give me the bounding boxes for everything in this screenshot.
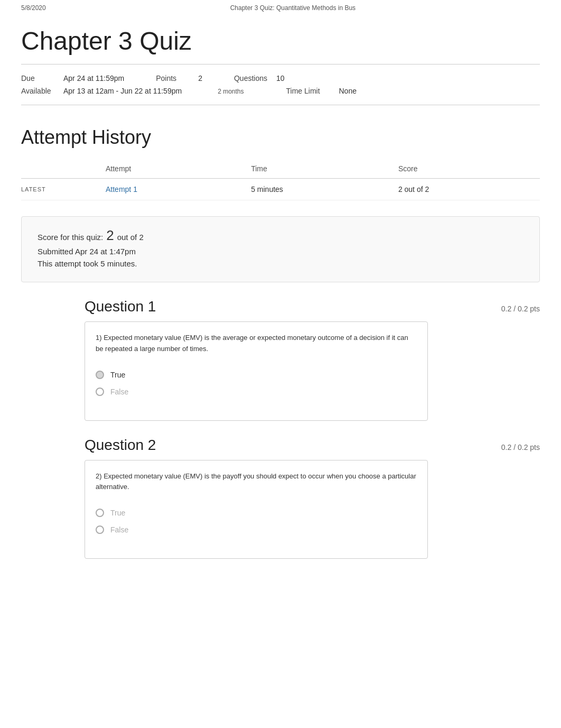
latest-label: LATEST <box>21 179 106 200</box>
question-1-answer-1[interactable]: True <box>96 371 417 379</box>
available-value: Apr 13 at 12am - Jun 22 at 11:59pm <box>63 87 182 95</box>
points-label: Points <box>156 74 198 82</box>
radio-1-2[interactable] <box>96 388 104 396</box>
available-note: 2 months <box>218 88 244 95</box>
question-1-pts: 0.2 / 0.2 pts <box>501 305 540 313</box>
question-1-box: 1) Expected monetary value (EMV) is the … <box>85 321 428 421</box>
attempt-score: 2 out of 2 <box>398 179 540 200</box>
due-value: Apr 24 at 11:59pm <box>63 74 124 82</box>
attempt-history-title: Attempt History <box>21 126 540 149</box>
due-label: Due <box>21 74 63 82</box>
attempt-time: 5 minutes <box>251 179 398 200</box>
timelimit-value: None <box>339 87 357 95</box>
question-2-box: 2) Expected monetary value (EMV) is the … <box>85 460 428 559</box>
score-label: Score for this quiz: <box>38 233 103 242</box>
col-empty <box>21 159 106 179</box>
question-1-text: 1) Expected monetary value (EMV) is the … <box>96 333 417 355</box>
attempt-link[interactable]: Attempt 1 <box>106 185 137 193</box>
question-2-answer-1[interactable]: True <box>96 509 417 517</box>
attempt-link-cell[interactable]: Attempt 1 <box>106 179 251 200</box>
radio-1-1[interactable] <box>96 371 104 379</box>
table-row: LATEST Attempt 1 5 minutes 2 out of 2 <box>21 179 540 200</box>
question-block-2: Question 20.2 / 0.2 pts2) Expected monet… <box>85 437 540 559</box>
answer-label-1-1: True <box>110 371 125 379</box>
question-1-title: Question 1 <box>85 298 156 315</box>
question-2-answer-2[interactable]: False <box>96 526 417 534</box>
question-block-1: Question 10.2 / 0.2 pts1) Expected monet… <box>85 298 540 421</box>
browser-title: Chapter 3 Quiz: Quantitative Methods in … <box>230 4 356 12</box>
quiz-title: Chapter 3 Quiz <box>21 16 540 64</box>
questions-value: 10 <box>276 74 285 82</box>
quiz-meta: Due Apr 24 at 11:59pm Points 2 Questions… <box>21 64 540 105</box>
question-2-title: Question 2 <box>85 437 156 454</box>
answer-label-2-1: True <box>110 509 125 517</box>
timelimit-label: Time Limit <box>286 87 339 95</box>
score-summary: Score for this quiz: 2 out of 2 Submitte… <box>21 216 540 282</box>
attempt-table: Attempt Time Score LATEST Attempt 1 5 mi… <box>21 159 540 200</box>
col-attempt: Attempt <box>106 159 251 179</box>
question-2-pts: 0.2 / 0.2 pts <box>501 443 540 451</box>
col-score: Score <box>398 159 540 179</box>
date-label: 5/8/2020 <box>21 4 46 12</box>
score-outof: out of 2 <box>117 233 144 242</box>
answer-label-2-2: False <box>110 526 128 534</box>
took-text: This attempt took 5 minutes. <box>38 259 137 268</box>
submitted-text: Submitted Apr 24 at 1:47pm <box>38 247 136 256</box>
col-time: Time <box>251 159 398 179</box>
available-label: Available <box>21 87 63 95</box>
radio-2-1[interactable] <box>96 509 104 517</box>
questions-label: Questions <box>234 74 276 82</box>
points-value: 2 <box>198 74 202 82</box>
question-2-text: 2) Expected monetary value (EMV) is the … <box>96 471 417 493</box>
score-number: 2 <box>106 227 114 244</box>
question-1-answer-2[interactable]: False <box>96 388 417 396</box>
answer-label-1-2: False <box>110 388 128 396</box>
radio-2-2[interactable] <box>96 526 104 534</box>
